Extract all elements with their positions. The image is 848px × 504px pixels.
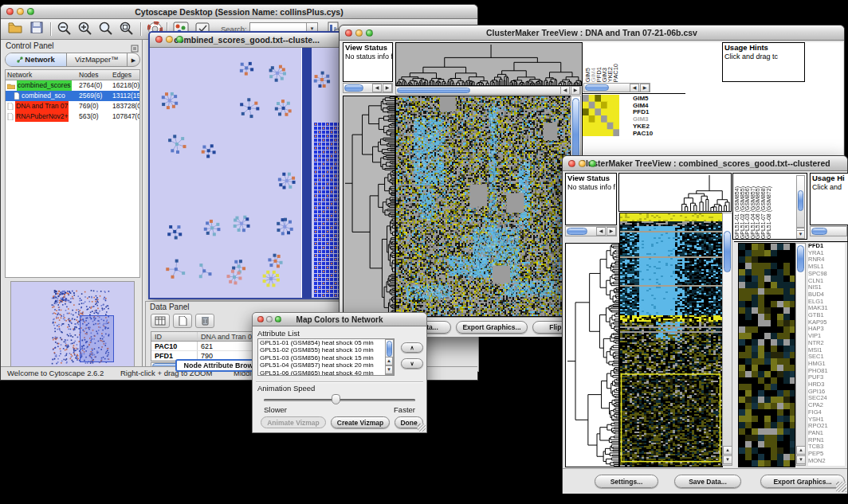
- table-row[interactable]: RNAPuberNov2+ 563(0) 107847(0): [6, 111, 139, 122]
- horizontal-scrollbar[interactable]: ◀ ▶: [583, 83, 650, 92]
- scroll-right-icon[interactable]: ▶: [640, 84, 650, 92]
- col-header-edges[interactable]: Edges: [112, 70, 139, 80]
- export-graphics-button[interactable]: Export Graphics...: [760, 475, 845, 488]
- vertical-scrollbar[interactable]: ▲ ▼: [795, 243, 806, 466]
- vertical-scrollbar[interactable]: ▲ ▼: [385, 339, 394, 375]
- zoom-matrix-canvas[interactable]: [583, 95, 619, 136]
- move-down-button[interactable]: ∨: [401, 358, 423, 369]
- tab-vizmapper[interactable]: VizMapper™: [67, 53, 128, 66]
- new-attribute-icon[interactable]: [173, 314, 192, 328]
- attribute-item[interactable]: GPL51-03 (GSM856) heat shock 15 min: [258, 354, 394, 361]
- attribute-item[interactable]: GPL51-02 (GSM855) heat shock 10 min: [258, 346, 394, 354]
- slider-thumb[interactable]: [332, 394, 340, 404]
- vertical-scrollbar[interactable]: [796, 175, 805, 228]
- treeview-combined-titlebar[interactable]: ClusterMaker TreeView : combined_scores_…: [563, 156, 847, 171]
- open-session-button[interactable]: [6, 21, 25, 37]
- scroll-down-icon[interactable]: ▼: [385, 365, 393, 374]
- scroll-up-icon[interactable]: ▲: [723, 446, 732, 455]
- zoom-window-button[interactable]: [366, 29, 373, 37]
- delete-attribute-icon[interactable]: [195, 314, 214, 328]
- scroll-left-icon[interactable]: ◀: [630, 84, 639, 92]
- zoom-fit-icon[interactable]: [96, 21, 116, 37]
- main-titlebar[interactable]: Cytoscape Desktop (Session Name: collins…: [1, 5, 477, 19]
- horizontal-scrollbar[interactable]: ◀ ▶: [395, 86, 581, 95]
- create-vizmap-button[interactable]: Create Vizmap: [331, 416, 390, 428]
- tab-network[interactable]: Network: [6, 53, 67, 66]
- minimize-button[interactable]: [166, 36, 173, 43]
- col-header-nodes[interactable]: Nodes: [79, 70, 112, 80]
- scroll-down-icon[interactable]: ▼: [723, 455, 732, 464]
- scrollbar-thumb[interactable]: [397, 88, 470, 93]
- minimize-button[interactable]: [579, 160, 586, 167]
- gene-dendrogram[interactable]: [565, 243, 619, 467]
- scrollbar-thumb[interactable]: [724, 231, 731, 272]
- table-row[interactable]: combined_scores 2764(0) 16218(0): [6, 80, 139, 91]
- attribute-list[interactable]: GPL51-01 (GSM854) heat shock 05 minGPL51…: [257, 338, 395, 376]
- resize-grip[interactable]: [418, 424, 426, 432]
- horizontal-scrollbar[interactable]: [810, 226, 847, 236]
- column-dendrogram[interactable]: [395, 42, 583, 86]
- export-graphics-button[interactable]: Export Graphics...: [456, 321, 528, 334]
- horizontal-scrollbar[interactable]: ◀ ▶: [343, 83, 393, 93]
- gene-dendrogram[interactable]: [343, 96, 395, 317]
- save-data-button[interactable]: Save Data...: [674, 475, 741, 488]
- scroll-left-icon[interactable]: ◀: [596, 227, 606, 236]
- close-button[interactable]: [155, 36, 163, 43]
- close-button[interactable]: [6, 8, 14, 15]
- minimize-button[interactable]: [355, 29, 363, 37]
- scroll-right-icon[interactable]: ▶: [383, 84, 392, 92]
- network-canvas[interactable]: [150, 48, 344, 298]
- table-row-selected[interactable]: combined_sco 2569(6) 13112(15): [6, 91, 139, 101]
- zoom-in-icon[interactable]: [76, 21, 95, 37]
- select-attributes-icon[interactable]: [151, 314, 170, 328]
- minimize-button[interactable]: [17, 8, 24, 15]
- close-button[interactable]: [257, 316, 264, 322]
- attribute-item[interactable]: GPL51-04 (GSM857) heat shock 20 min: [258, 361, 394, 369]
- scroll-up-icon[interactable]: ▲: [796, 446, 806, 455]
- scroll-down-icon[interactable]: ▼: [796, 455, 806, 464]
- scrollbar-thumb[interactable]: [585, 84, 609, 91]
- zoom-window-button[interactable]: [27, 8, 34, 15]
- heatmap-canvas[interactable]: [395, 96, 572, 317]
- dialog-titlebar[interactable]: Map Colors to Network: [253, 313, 426, 326]
- vertical-scrollbar[interactable]: ▲ ▼: [722, 213, 732, 466]
- scroll-left-icon[interactable]: ◀: [372, 84, 382, 92]
- treeview-dna-titlebar[interactable]: ClusterMaker TreeView : DNA and Tran 07-…: [340, 25, 844, 41]
- animation-speed-label: Animation Speed: [257, 384, 315, 393]
- zoom-window-button[interactable]: [275, 316, 281, 322]
- tab-overflow-icon[interactable]: ▶: [127, 53, 139, 66]
- save-session-button[interactable]: [27, 21, 46, 37]
- scrollbar-thumb[interactable]: [811, 228, 827, 235]
- network-overview-canvas[interactable]: [11, 282, 134, 368]
- table-row[interactable]: DNA and Tran 07 769(0) 183728(0): [6, 101, 139, 111]
- zoom-window-button[interactable]: [176, 36, 183, 43]
- close-button[interactable]: [568, 160, 575, 167]
- scrollbar-thumb[interactable]: [387, 341, 392, 357]
- scroll-down-icon[interactable]: ▼: [796, 230, 805, 239]
- zoom-out-icon[interactable]: [55, 21, 74, 37]
- scroll-right-icon[interactable]: ▶: [607, 227, 616, 236]
- scroll-left-icon[interactable]: ◀: [560, 86, 570, 95]
- column-dendrogram[interactable]: [618, 173, 732, 212]
- zoom-heatmap-canvas[interactable]: [738, 243, 795, 467]
- settings-button[interactable]: Settings...: [595, 475, 658, 488]
- usage-hints-box: Usage Hi Click and: [810, 173, 848, 225]
- scrollbar-thumb[interactable]: [798, 190, 803, 211]
- attribute-item[interactable]: GPL51-06 (GSM865) heat shock 40 min: [258, 369, 394, 376]
- scrollbar-thumb[interactable]: [567, 228, 587, 235]
- col-header-network[interactable]: Network: [6, 70, 79, 80]
- scroll-right-icon[interactable]: ▶: [571, 86, 580, 95]
- zoom-window-button[interactable]: [589, 160, 596, 167]
- resize-grip[interactable]: [836, 482, 846, 492]
- network-overview-panel[interactable]: [10, 281, 135, 369]
- zoom-selected-icon[interactable]: [117, 21, 136, 37]
- horizontal-scrollbar[interactable]: ◀ ▶: [565, 226, 617, 236]
- attribute-item[interactable]: GPL51-01 (GSM854) heat shock 05 min: [258, 339, 394, 346]
- scroll-up-icon[interactable]: ▲: [385, 357, 393, 365]
- close-button[interactable]: [345, 29, 352, 37]
- scrollbar-thumb[interactable]: [344, 84, 363, 92]
- move-up-button[interactable]: ∧: [401, 342, 423, 353]
- scrollbar-thumb[interactable]: [797, 245, 804, 272]
- network-view-titlebar[interactable]: combined_scores_good.txt--cluste...: [150, 33, 344, 48]
- heatmap-canvas[interactable]: [619, 213, 723, 467]
